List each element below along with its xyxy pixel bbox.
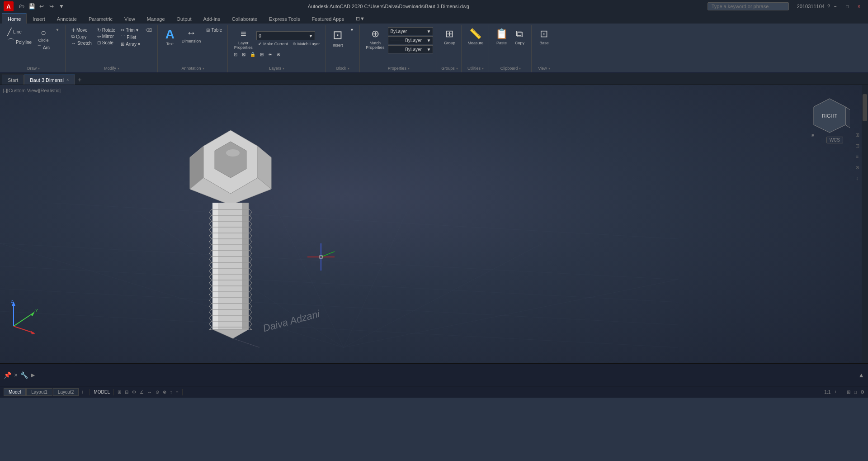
status-snap-btn[interactable]: ⊟ bbox=[125, 390, 128, 394]
status-dynmode-btn[interactable]: ⊗ bbox=[163, 390, 166, 394]
copy-btn[interactable]: ⧉ Copy bbox=[511, 27, 528, 46]
scale-btn[interactable]: ⊡ Scale bbox=[95, 40, 117, 46]
tab-home[interactable]: Home bbox=[2, 14, 27, 24]
arc-btn[interactable]: ⌒ Arc bbox=[35, 44, 52, 51]
layout-tab-layout2[interactable]: Layout2 bbox=[53, 388, 79, 396]
make-current-btn[interactable]: ✔ Make Current bbox=[256, 41, 290, 47]
dimension-btn[interactable]: ↔ Dimension bbox=[180, 27, 203, 44]
status-fullscreen-btn[interactable]: □ bbox=[854, 390, 857, 394]
rp-btn-5[interactable]: ↕ bbox=[853, 174, 862, 183]
layer-tools-btn2[interactable]: ⊠ bbox=[240, 52, 247, 57]
status-model-label[interactable]: MODEL bbox=[94, 390, 110, 394]
undo-btn[interactable]: ↩ bbox=[37, 2, 46, 11]
erase-btn[interactable]: ⌫ bbox=[144, 27, 154, 33]
cmd-wrench-btn[interactable]: 🔧 bbox=[20, 371, 28, 379]
command-input[interactable] bbox=[37, 369, 855, 381]
more-draw-btn[interactable]: ▼ bbox=[53, 27, 61, 33]
status-ortho-btn[interactable]: ⚙ bbox=[132, 390, 136, 394]
redo-btn[interactable]: ↪ bbox=[47, 2, 56, 11]
group-modify-label[interactable]: Modify ▾ bbox=[104, 65, 119, 72]
status-settings-btn[interactable]: ⚙ bbox=[860, 390, 864, 394]
status-polar-btn[interactable]: ∠ bbox=[140, 390, 144, 394]
tab-workspace-btn[interactable]: ⊡▼ bbox=[350, 14, 371, 24]
linetype-dropdown[interactable]: ——— ByLayer▼ bbox=[388, 36, 433, 44]
new-tab-btn[interactable]: + bbox=[75, 75, 85, 85]
cmd-close-btn[interactable]: × bbox=[14, 371, 18, 379]
status-grid2-btn[interactable]: ⊞ bbox=[847, 390, 850, 394]
measure-btn[interactable]: 📏 Measure bbox=[466, 27, 485, 46]
status-zoom-out-btn[interactable]: − bbox=[840, 390, 843, 394]
paste-btn[interactable]: 📋 Paste bbox=[493, 27, 509, 46]
line-btn[interactable]: ╱ Line bbox=[5, 27, 33, 37]
qa-dropdown-btn[interactable]: ▼ bbox=[57, 2, 66, 11]
rp-btn-1[interactable]: ⊞ bbox=[853, 130, 862, 139]
insert-btn[interactable]: ⊡ Insert bbox=[330, 27, 346, 48]
move-btn[interactable]: ✛ Move bbox=[70, 27, 94, 33]
block-more-btn[interactable]: ▼ bbox=[348, 27, 356, 33]
table-btn[interactable]: ⊞ Table bbox=[204, 27, 224, 33]
tab-view[interactable]: View bbox=[118, 14, 141, 24]
tab-parametric[interactable]: Parametric bbox=[83, 14, 118, 24]
minimize-btn[interactable]: − bbox=[830, 2, 841, 10]
copy-07-btn[interactable]: ⧉ Copy bbox=[70, 33, 94, 40]
group-clipboard-label[interactable]: Clipboard ▾ bbox=[500, 65, 521, 72]
group-view-label[interactable]: View ▾ bbox=[538, 65, 550, 72]
layout-tab-model[interactable]: Model bbox=[4, 388, 26, 396]
polyline-btn[interactable]: ⌒ Polyline bbox=[5, 37, 33, 48]
search-input[interactable] bbox=[708, 2, 789, 10]
group-btn[interactable]: ⊞ Group bbox=[441, 27, 458, 46]
layer-tools-btn4[interactable]: ⊞ bbox=[258, 52, 265, 57]
group-annotation-label[interactable]: Annotation ▾ bbox=[182, 65, 204, 72]
doc-tab-start[interactable]: Start bbox=[2, 75, 24, 85]
doc-tab-close-btn[interactable]: × bbox=[66, 77, 69, 82]
save-btn[interactable]: 💾 bbox=[27, 2, 36, 11]
group-groups-label[interactable]: Groups ▾ bbox=[441, 65, 458, 72]
layer-tools-btn5[interactable]: ☀ bbox=[266, 52, 274, 57]
layer-dropdown[interactable]: 0 ▼ bbox=[256, 31, 315, 40]
layout-tab-layout1[interactable]: Layout1 bbox=[26, 388, 52, 396]
lineweight-dropdown[interactable]: ——— ByLayer▼ bbox=[388, 45, 433, 53]
mirror-btn[interactable]: ⇔ Mirror bbox=[95, 33, 117, 39]
scrollbar-right[interactable] bbox=[862, 85, 868, 363]
rp-btn-2[interactable]: ⊡ bbox=[853, 141, 862, 150]
status-grid-btn[interactable]: ⊞ bbox=[118, 390, 121, 394]
tab-featured-apps[interactable]: Featured Apps bbox=[306, 14, 350, 24]
match-layer-btn[interactable]: ⊕ Match Layer bbox=[291, 41, 322, 47]
status-osnap-btn[interactable]: ↔ bbox=[147, 390, 152, 394]
maximize-btn[interactable]: □ bbox=[842, 2, 853, 10]
new-file-btn[interactable]: 🗁 bbox=[17, 2, 26, 11]
group-draw-label[interactable]: Draw ▾ bbox=[27, 65, 40, 72]
tab-manage[interactable]: Manage bbox=[141, 14, 171, 24]
fillet-btn[interactable]: ⌒ Fillet bbox=[119, 33, 142, 41]
tab-express-tools[interactable]: Express Tools bbox=[263, 14, 306, 24]
status-scale-btn[interactable]: 1:1 bbox=[824, 390, 830, 394]
viewcube[interactable]: RIGHT S E bbox=[809, 94, 850, 135]
status-otrack-btn[interactable]: ⊙ bbox=[156, 390, 159, 394]
cmd-expand-btn[interactable]: ▲ bbox=[858, 371, 864, 379]
viewport-label[interactable]: [-][Custom View][Realistic] bbox=[3, 88, 61, 93]
close-btn[interactable]: × bbox=[854, 2, 864, 10]
status-zoom-in-btn[interactable]: + bbox=[834, 390, 837, 394]
layer-tools-btn1[interactable]: ⊡ bbox=[232, 52, 239, 57]
base-btn[interactable]: ⊡ Base bbox=[536, 27, 552, 46]
scroll-thumb[interactable] bbox=[863, 94, 867, 121]
match-properties-btn[interactable]: ⊕ MatchProperties bbox=[364, 27, 386, 51]
group-utilities-label[interactable]: Utilities ▾ bbox=[467, 65, 484, 72]
tab-annotate[interactable]: Annotate bbox=[51, 14, 83, 24]
rotate-btn[interactable]: ↻ Rotate bbox=[95, 27, 117, 33]
group-properties-label[interactable]: Properties ▾ bbox=[388, 65, 410, 72]
layer-tools-btn3[interactable]: 🔒 bbox=[248, 52, 257, 57]
color-dropdown[interactable]: ByLayer▼ bbox=[388, 27, 433, 35]
cmd-pin-btn[interactable]: 📌 bbox=[4, 371, 11, 379]
group-block-label[interactable]: Block ▾ bbox=[336, 65, 349, 72]
wcs-label[interactable]: WCS bbox=[826, 137, 843, 143]
tab-output[interactable]: Output bbox=[171, 14, 198, 24]
layout-add-btn[interactable]: + bbox=[79, 389, 86, 395]
group-layers-label[interactable]: Layers ▾ bbox=[269, 65, 284, 72]
rp-btn-4[interactable]: ⊗ bbox=[853, 163, 862, 172]
circle-btn[interactable]: ○ Circle bbox=[35, 27, 52, 43]
layer-tools-btn6[interactable]: ⊗ bbox=[275, 52, 282, 57]
tab-insert[interactable]: Insert bbox=[27, 14, 51, 24]
layer-properties-btn[interactable]: ≡ LayerProperties bbox=[232, 27, 255, 51]
tab-collaborate[interactable]: Collaborate bbox=[226, 14, 263, 24]
